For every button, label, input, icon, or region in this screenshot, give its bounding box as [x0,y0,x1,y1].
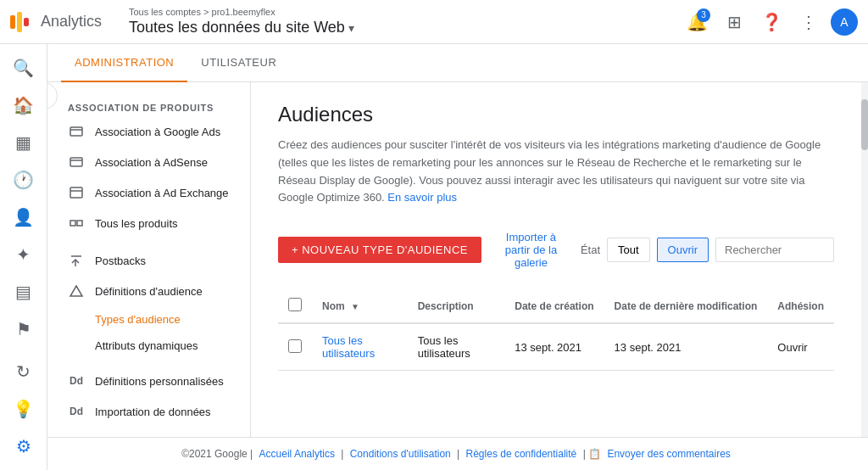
audience-table: Nom ▼ Description Date de création Date … [278,289,834,371]
row-date-creation: 13 sept. 2021 [504,323,604,371]
svg-rect-2 [70,158,82,166]
side-and-main: ‹ ASSOCIATION DE PRODUITS Association à … [47,82,868,437]
tous-produits-icon [68,215,85,232]
audience-name-link[interactable]: Tous les utilisateurs [322,334,375,360]
breadcrumb-title-text: Toutes les données du site Web [129,19,345,36]
sidebar-item-label: Tous les produits [95,217,178,230]
sidebar-item-refresh[interactable]: ↻ [7,355,41,389]
tab-administration[interactable]: ADMINISTRATION [61,44,187,82]
footer-link-conditions[interactable]: Conditions d'utilisation [350,448,451,460]
learn-more-link[interactable]: En savoir plus [387,191,457,204]
page-title: Audiences [278,103,834,126]
google-ads-icon [68,123,85,140]
col-nom[interactable]: Nom ▼ [312,289,408,323]
svg-marker-9 [70,286,82,296]
row-adhesion: Ouvrir [767,323,834,371]
importation-donnees-icon: Dd [68,403,85,420]
tab-utilisateur[interactable]: UTILISATEUR [187,44,290,82]
sidebar-item-postbacks[interactable]: Postbacks [47,245,250,276]
logo-text: Analytics [41,13,102,31]
sidebar-subitem-types-audience[interactable]: Types d'audience [47,306,250,333]
header: Analytics Tous les comptes > pro1.beemyf… [0,0,868,44]
filter-open-button[interactable]: Ouvrir [657,238,709,262]
app-body: 🔍 🏠 ▦ 🕐 👤 ✦ ▤ ⚑ ↻ 💡 ⚙ ADMINISTRATION UTI… [0,44,868,470]
notifications-button[interactable]: 🔔 3 [682,7,712,37]
apps-button[interactable]: ⊞ [719,7,749,37]
sidebar-item-importation-donnees[interactable]: Dd Importation de données [47,396,250,427]
filter-all-button[interactable]: Tout [607,238,650,262]
svg-rect-6 [70,221,75,226]
help-button[interactable]: ❓ [756,7,787,37]
ad-exchange-icon [68,184,85,201]
sidebar-item-dashboard[interactable]: ▦ [7,126,41,159]
breadcrumb-title[interactable]: Toutes les données du site Web ▾ [129,19,682,36]
filter-label: État [581,243,600,256]
footer-link-confidentialite[interactable]: Règles de confidentialité [466,448,577,460]
sidebar-item-flag[interactable]: ⚑ [7,312,41,346]
svg-rect-7 [77,221,82,226]
sidebar: ‹ ASSOCIATION DE PRODUITS Association à … [47,82,251,437]
sidebar-item-home[interactable]: 🏠 [7,88,41,122]
sidebar-item-label: Importation de données [95,406,211,418]
sidebar-item-label: Définitions d'audience [95,285,203,298]
sidebar-item-chart[interactable]: ▤ [7,275,41,309]
breadcrumb: Tous les comptes > pro1.beemyflex Toutes… [129,7,682,36]
more-options-button[interactable]: ⋮ [793,7,824,37]
scrollbar-thumb [861,99,868,150]
adsense-icon [68,154,85,171]
sidebar-item-user[interactable]: 👤 [7,200,41,234]
breadcrumb-top: Tous les comptes > pro1.beemyflex [129,7,682,17]
search-input[interactable] [715,238,834,262]
icon-nav: 🔍 🏠 ▦ 🕐 👤 ✦ ▤ ⚑ ↻ 💡 ⚙ [0,44,47,470]
sidebar-item-adsense[interactable]: Association à AdSense [47,147,250,177]
footer-feedback-link[interactable]: Envoyer des commentaires [607,448,730,460]
sidebar-item-label: Association à AdSense [95,156,208,169]
col-adhesion: Adhésion [767,289,834,323]
import-from-gallery-button[interactable]: Importer à partir de la galerie [492,224,570,276]
sidebar-item-label: Postbacks [95,255,146,267]
sort-icon: ▼ [351,302,359,311]
scrollbar-track[interactable] [861,82,868,437]
page-desc: Créez des audiences pour susciter l'inté… [278,137,834,207]
svg-rect-4 [70,187,82,198]
sidebar-item-clock[interactable]: 🕐 [7,163,41,197]
col-date-creation: Date de création [504,289,604,323]
tabs-bar: ADMINISTRATION UTILISATEUR [47,44,868,82]
filter-group: État Tout Ouvrir [581,238,834,262]
sidebar-item-bulb[interactable]: 💡 [7,392,41,426]
table-row: Tous les utilisateurs Tous les utilisate… [278,323,834,371]
sidebar-item-ad-exchange[interactable]: Association à Ad Exchange [47,177,250,208]
main-panel: ADMINISTRATION UTILISATEUR ‹ ASSOCIATION… [47,44,868,470]
col-description: Description [408,289,505,323]
new-audience-button[interactable]: + NOUVEAU TYPE D'AUDIENCE [278,237,481,263]
audience-toolbar: + NOUVEAU TYPE D'AUDIENCE Importer à par… [278,224,834,276]
sidebar-item-target[interactable]: ✦ [7,238,41,271]
select-all-checkbox[interactable] [288,298,302,311]
col-date-modification: Date de dernière modification [604,289,768,323]
sidebar-item-definitions-audience[interactable]: Définitions d'audience [47,276,250,306]
sidebar-item-definitions-personnalisees[interactable]: Dd Définitions personnalisées [47,366,250,396]
analytics-logo [10,12,29,32]
footer-link-analytics[interactable]: Accueil Analytics [259,448,335,460]
sidebar-item-label: Association à Google Ads [95,126,220,138]
row-checkbox[interactable] [288,339,302,353]
footer: ©2021 Google | Accueil Analytics | Condi… [47,437,868,470]
sidebar-item-gear[interactable]: ⚙ [7,429,41,463]
sidebar-section-title: ASSOCIATION DE PRODUITS [47,96,250,116]
sidebar-item-google-ads[interactable]: Association à Google Ads [47,116,250,147]
avatar[interactable]: A [831,8,858,36]
row-date-modification: 13 sept. 2021 [604,323,768,371]
postbacks-icon [68,252,85,269]
definitions-audience-icon [68,283,85,299]
sidebar-item-search[interactable]: 🔍 [7,51,41,85]
main-content: Audiences Créez des audiences pour susci… [251,82,861,437]
chevron-down-icon: ▾ [348,21,354,35]
sidebar-item-label: Définitions personnalisées [95,375,224,388]
sidebar-item-label: Association à Ad Exchange [95,187,229,199]
header-actions: 🔔 3 ⊞ ❓ ⋮ A [682,7,858,37]
sidebar-subitem-attributs-dynamiques[interactable]: Attributs dynamiques [47,333,250,359]
footer-copyright: ©2021 Google [181,448,248,460]
notification-badge: 3 [697,8,710,22]
row-nom: Tous les utilisateurs [312,323,408,371]
sidebar-item-tous-produits[interactable]: Tous les produits [47,208,250,238]
